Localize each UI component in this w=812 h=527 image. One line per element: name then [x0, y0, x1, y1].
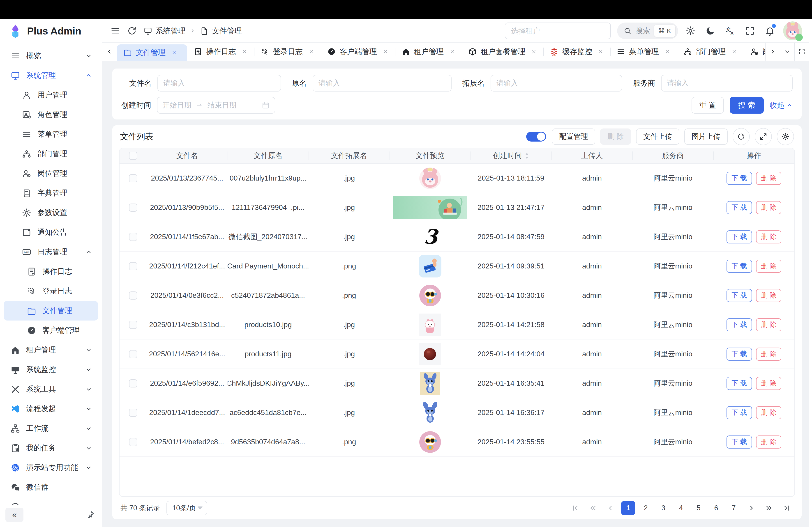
row-checkbox[interactable]	[129, 204, 137, 212]
sidebar-item-流程发起[interactable]: 流程发起	[4, 399, 98, 419]
page-fast-prev-button[interactable]	[586, 501, 600, 515]
file-preview-image[interactable]	[390, 431, 470, 453]
tab-文件管理[interactable]: 文件管理	[117, 44, 187, 61]
sidebar-collapse-button[interactable]: «	[5, 508, 24, 522]
row-checkbox[interactable]	[129, 321, 137, 329]
文件名-input[interactable]: 请输入	[157, 75, 281, 91]
sidebar-item-概览[interactable]: 概览	[4, 46, 98, 65]
download-button[interactable]: 下 载	[726, 289, 752, 302]
page-first-button[interactable]	[568, 501, 582, 515]
global-search[interactable]: 搜索 ⌘ K	[617, 22, 678, 39]
column-header-服务商[interactable]: 服务商	[633, 148, 713, 163]
close-icon[interactable]	[171, 49, 177, 56]
file-preview-image[interactable]	[390, 314, 470, 336]
row-checkbox[interactable]	[129, 379, 137, 388]
tabs-menu-dropdown[interactable]	[780, 43, 794, 61]
delete-button[interactable]: 删 除	[756, 230, 781, 243]
close-icon[interactable]	[664, 48, 670, 55]
tab-登录日志[interactable]: 登录日志	[254, 43, 321, 61]
date-range-input[interactable]: 开始日期 结束日期	[157, 97, 275, 114]
sidebar-item-系统工具[interactable]: 系统工具	[4, 379, 98, 399]
close-icon[interactable]	[241, 48, 248, 55]
sidebar-item-系统监控[interactable]: 系统监控	[4, 360, 98, 379]
close-icon[interactable]	[597, 48, 604, 55]
sidebar-item-菜单管理[interactable]: 菜单管理	[4, 124, 98, 144]
page-number-2[interactable]: 2	[639, 501, 653, 515]
sort-icon[interactable]	[525, 152, 529, 160]
delete-button[interactable]: 删 除	[756, 201, 781, 214]
table-toggle-switch[interactable]	[526, 132, 546, 141]
拓展名-input[interactable]: 请输入	[491, 75, 622, 91]
close-icon[interactable]	[449, 48, 455, 55]
tab-部门管理[interactable]: 部门管理	[677, 43, 744, 61]
reset-button[interactable]: 重 置	[692, 97, 724, 114]
download-button[interactable]: 下 载	[726, 230, 752, 243]
sidebar-item-租户管理[interactable]: 租户管理	[4, 340, 98, 360]
file-preview-image[interactable]	[390, 401, 470, 424]
language-icon[interactable]: 文A	[725, 26, 735, 36]
toolbar-gear-icon-button[interactable]	[777, 128, 794, 145]
file-preview-image[interactable]	[390, 284, 470, 307]
tabs-scroll-right[interactable]	[766, 43, 780, 61]
page-number-4[interactable]: 4	[674, 501, 688, 515]
delete-button[interactable]: 删 除	[756, 436, 781, 449]
sidebar-item-工作流[interactable]: 工作流	[4, 419, 98, 438]
sidebar-item-客户端管理[interactable]: 客户端管理	[4, 320, 98, 340]
download-button[interactable]: 下 载	[726, 436, 752, 449]
page-fast-next-button[interactable]	[762, 501, 776, 515]
brand[interactable]: Plus Admin	[0, 19, 102, 43]
dark-mode-icon[interactable]	[705, 26, 715, 36]
delete-button[interactable]: 删 除	[756, 260, 781, 273]
download-button[interactable]: 下 载	[726, 377, 752, 390]
tab-缓存监控[interactable]: redis 缓存监控	[543, 43, 610, 61]
page-number-3[interactable]: 3	[656, 501, 670, 515]
avatar[interactable]	[783, 21, 802, 40]
page-prev-button[interactable]	[604, 501, 618, 515]
page-number-5[interactable]: 5	[692, 501, 706, 515]
column-header-上传人[interactable]: 上传人	[551, 148, 633, 163]
tab-菜单管理[interactable]: 菜单管理	[610, 43, 677, 61]
notifications-icon[interactable]	[765, 26, 775, 36]
sidebar-item-部门管理[interactable]: 部门管理	[4, 144, 98, 164]
sidebar-item-我的任务[interactable]: 我的任务	[4, 438, 98, 458]
sidebar-item-参数设置[interactable]: 参数设置	[4, 203, 98, 223]
tab-客户端管理[interactable]: 客户端管理	[321, 43, 395, 61]
sidebar-item-日志管理[interactable]: DEV 日志管理	[4, 242, 98, 262]
page-last-button[interactable]	[780, 501, 794, 515]
search-button[interactable]: 搜 索	[730, 97, 764, 114]
page-number-7[interactable]: 7	[727, 501, 741, 515]
file-preview-image[interactable]	[390, 196, 470, 219]
tabs-scroll-left[interactable]	[102, 43, 117, 61]
page-size-select[interactable]: 10条/页	[166, 501, 207, 515]
sidebar-item-用户管理[interactable]: 用户管理	[4, 85, 98, 105]
collapse-search-link[interactable]: 收起	[770, 100, 793, 110]
breadcrumb-item[interactable]: 系统管理	[143, 26, 185, 36]
toolbar-button-文件上传[interactable]: 文件上传	[636, 129, 679, 145]
column-header-操作[interactable]: 操作	[713, 148, 794, 163]
fullscreen-icon[interactable]	[745, 26, 755, 36]
close-icon[interactable]	[382, 48, 389, 55]
select-all-checkbox[interactable]	[129, 152, 137, 160]
sidebar-item-微信群[interactable]: 微信群	[4, 478, 98, 497]
toolbar-expand-icon-button[interactable]	[755, 128, 772, 145]
page-number-1[interactable]: 1	[621, 501, 635, 515]
row-checkbox[interactable]	[129, 174, 137, 182]
file-preview-image[interactable]	[390, 343, 470, 365]
row-checkbox[interactable]	[129, 233, 137, 241]
sidebar-item-文件管理[interactable]: 文件管理	[4, 301, 98, 320]
download-button[interactable]: 下 载	[726, 172, 752, 185]
file-preview-image[interactable]	[390, 255, 470, 277]
scrollbar-track[interactable]	[809, 19, 812, 527]
sidebar-item-岗位管理[interactable]: 岗位管理	[4, 164, 98, 183]
toolbar-button-图片上传[interactable]: 图片上传	[684, 129, 728, 145]
tab-租户管理[interactable]: 租户管理	[395, 43, 462, 61]
sidebar-item-通知公告[interactable]: 通知公告	[4, 223, 98, 242]
delete-button[interactable]: 删 除	[756, 377, 781, 390]
sidebar-item-登录日志[interactable]: 登录日志	[4, 281, 98, 301]
row-checkbox[interactable]	[129, 350, 137, 358]
服务商-input[interactable]: 请输入	[661, 75, 793, 91]
delete-button[interactable]: 删 除	[756, 348, 781, 361]
原名-input[interactable]: 请输入	[313, 75, 452, 91]
column-header-文件拓展名[interactable]: 文件拓展名	[308, 148, 390, 163]
column-header-文件名[interactable]: 文件名	[147, 148, 228, 163]
